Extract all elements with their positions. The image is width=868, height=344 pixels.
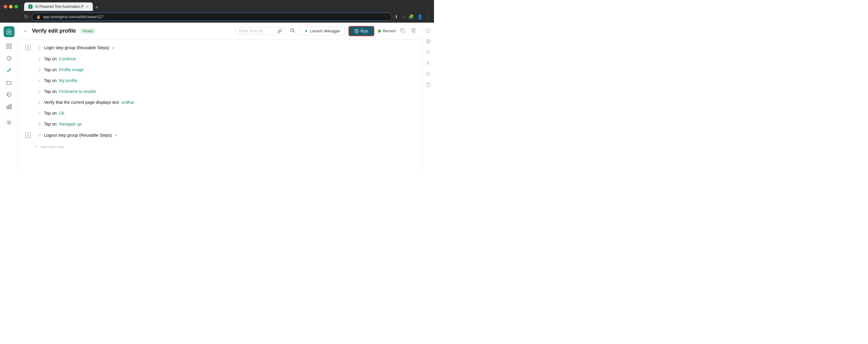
- profile-icon[interactable]: 👤: [417, 14, 423, 20]
- record-button[interactable]: Record: [378, 29, 396, 33]
- main-content: ← Verify edit profile Ready 🔗 ✦ Launch d…: [18, 23, 422, 174]
- step-value: sridhar: [121, 100, 134, 105]
- add-step-row[interactable]: + Add new step: [23, 141, 417, 152]
- step-row[interactable]: 5 Tap on Firstname to enable: [23, 86, 417, 97]
- search-button[interactable]: [289, 27, 296, 35]
- step-number: 9: [34, 133, 40, 138]
- right-sidebar-help[interactable]: [424, 81, 433, 89]
- right-sidebar-target[interactable]: [424, 37, 433, 46]
- svg-point-18: [428, 41, 429, 42]
- svg-point-22: [428, 86, 428, 86]
- active-tab[interactable]: T AI Powered Test Automation P ×: [24, 2, 93, 11]
- add-step-icon: +: [35, 144, 38, 149]
- close-window-button[interactable]: [4, 5, 7, 8]
- svg-rect-2: [10, 44, 11, 46]
- debugger-icon: ✦: [304, 29, 308, 33]
- new-tab-button[interactable]: +: [95, 4, 98, 11]
- external-link-icon[interactable]: ↗: [112, 46, 114, 50]
- step-row[interactable]: 6 Verify that the current page displays …: [23, 97, 417, 108]
- refresh-button[interactable]: ↻: [23, 13, 29, 21]
- right-sidebar-settings[interactable]: [424, 48, 433, 56]
- step-row[interactable]: 8 Tap on Navigate up: [23, 119, 417, 130]
- step-text: Tap on Continue: [44, 56, 76, 61]
- step-number: 7: [34, 111, 40, 116]
- svg-rect-3: [7, 47, 8, 49]
- forward-button[interactable]: →: [13, 13, 21, 21]
- url-text: app.testsigma.com/ui/td/cases/127: [43, 15, 388, 19]
- sidebar-item-runs[interactable]: [4, 89, 14, 100]
- step-text: Tap on Profile image: [44, 67, 84, 72]
- right-sidebar-user[interactable]: [424, 59, 433, 67]
- step-text: Logout step group (Reusable Steps) ↗: [44, 133, 117, 138]
- tab-title: AI Powered Test Automation P: [35, 4, 84, 9]
- svg-rect-7: [7, 106, 8, 109]
- tab-close-button[interactable]: ×: [86, 4, 89, 9]
- browser-frame: T AI Powered Test Automation P × + ← → ↻…: [0, 0, 434, 23]
- step-keyword: Login step group (Reusable Steps): [44, 45, 109, 50]
- step-text: Tap on Ok: [44, 111, 64, 116]
- svg-rect-8: [8, 105, 10, 109]
- page-title: Verify edit profile: [32, 28, 76, 34]
- svg-point-19: [427, 52, 429, 53]
- app-logo[interactable]: [4, 26, 14, 37]
- step-row[interactable]: 4 Tap on My profile: [23, 75, 417, 86]
- xray-id-input[interactable]: [239, 29, 275, 33]
- record-dot-icon: [378, 30, 381, 33]
- step-number: 1: [34, 46, 40, 50]
- step-number: 8: [34, 122, 40, 126]
- delete-button[interactable]: [410, 27, 417, 35]
- back-button[interactable]: ←: [4, 13, 11, 21]
- step-number: 6: [34, 100, 40, 105]
- browser-controls: ← → ↻ 🔒 app.testsigma.com/ui/td/cases/12…: [0, 11, 434, 23]
- sidebar-item-folders[interactable]: [4, 77, 14, 88]
- maximize-window-button[interactable]: [14, 5, 18, 8]
- step-group-icon: ☰: [25, 45, 31, 50]
- sidebar-item-dashboard[interactable]: [4, 41, 14, 52]
- step-value: My profile: [59, 78, 78, 83]
- step-number: 5: [34, 89, 40, 94]
- step-text: Verify that the current page displays te…: [44, 100, 134, 105]
- run-button[interactable]: Run: [348, 26, 374, 36]
- toolbar: ← Verify edit profile Ready 🔗 ✦ Launch d…: [18, 23, 422, 39]
- sidebar-item-analytics[interactable]: [4, 101, 14, 112]
- right-sidebar-history[interactable]: [424, 70, 433, 78]
- add-step-label: Add new step: [40, 145, 64, 149]
- share-icon[interactable]: ⬆: [395, 14, 398, 20]
- launch-debugger-button[interactable]: ✦ Launch debugger: [300, 27, 345, 36]
- step-row[interactable]: ☰ 9 Logout step group (Reusable Steps) ↗: [23, 130, 417, 141]
- step-keyword: Tap on: [44, 56, 59, 61]
- minimize-window-button[interactable]: [9, 5, 13, 8]
- svg-rect-1: [7, 44, 8, 46]
- step-text: Tap on Navigate up: [44, 122, 82, 126]
- address-bar[interactable]: 🔒 app.testsigma.com/ui/td/cases/127: [32, 13, 392, 21]
- step-row[interactable]: 7 Tap on Ok: [23, 108, 417, 119]
- app-container: ← Verify edit profile Ready 🔗 ✦ Launch d…: [0, 23, 434, 174]
- step-row[interactable]: 3 Tap on Profile image: [23, 64, 417, 75]
- step-number: 4: [34, 79, 40, 83]
- step-row[interactable]: 2 Tap on Continue: [23, 53, 417, 64]
- sidebar-item-settings[interactable]: [4, 117, 14, 128]
- link-icon: 🔗: [277, 29, 282, 33]
- step-row[interactable]: ☰ 1 Login step group (Reusable Steps) ↗: [23, 42, 417, 53]
- menu-icon[interactable]: ⋮: [426, 14, 430, 20]
- steps-container: ☰ 1 Login step group (Reusable Steps) ↗ …: [18, 39, 422, 174]
- back-button[interactable]: ←: [23, 28, 28, 34]
- xray-input-wrapper: 🔗: [236, 27, 285, 35]
- svg-rect-4: [10, 47, 11, 49]
- svg-rect-9: [10, 104, 11, 109]
- sidebar-item-reports[interactable]: [4, 53, 14, 64]
- copy-button[interactable]: [399, 27, 406, 35]
- extensions-icon[interactable]: 🧩: [408, 14, 414, 20]
- sidebar-divider: [5, 114, 13, 115]
- step-keyword: Tap on: [44, 122, 59, 126]
- tab-favicon: T: [28, 4, 33, 9]
- svg-point-0: [8, 31, 10, 33]
- sidebar-item-editor[interactable]: [4, 65, 14, 76]
- step-text: Tap on Firstname to enable: [44, 89, 96, 94]
- bookmark-icon[interactable]: ☆: [401, 14, 405, 20]
- step-value: Continue: [59, 56, 76, 61]
- step-value: Firstname to enable: [59, 89, 96, 94]
- right-sidebar-info[interactable]: [424, 26, 433, 35]
- record-label: Record: [383, 29, 396, 33]
- external-link-icon[interactable]: ↗: [114, 134, 117, 137]
